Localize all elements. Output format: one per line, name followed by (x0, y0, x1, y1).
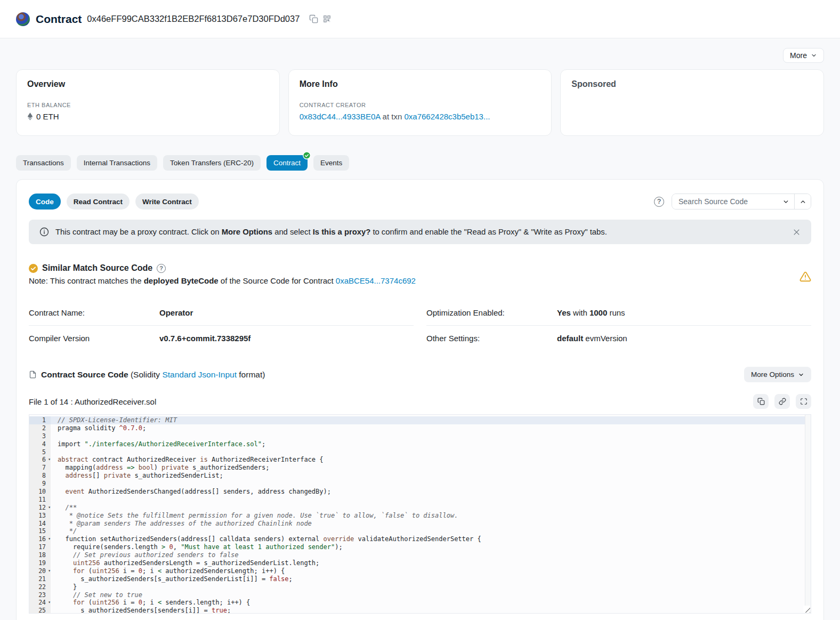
code-scrollbar[interactable] (805, 415, 811, 613)
code-text: function setAuthorizedSenders(address[] … (51, 535, 481, 543)
tab-token-transfers-erc-20[interactable]: Token Transfers (ERC-20) (163, 155, 261, 171)
line-number: 17 (29, 543, 51, 551)
help-question-icon[interactable]: ? (654, 197, 664, 207)
line-number: 5 (29, 448, 51, 456)
code-text (51, 480, 58, 488)
creator-txn-link[interactable]: 0xa7662428c3b5eb13... (404, 112, 490, 121)
creator-address-link[interactable]: 0x83dC44...4933BE0A (300, 112, 381, 121)
overview-title: Overview (27, 79, 269, 89)
code-line: 2pragma solidity ^0.7.0; (29, 424, 811, 432)
code-line: 16▾ function setAuthorizedSenders(addres… (29, 535, 811, 543)
collapse-panel-button[interactable] (794, 194, 811, 209)
subtab-read-contract[interactable]: Read Contract (67, 194, 130, 210)
code-text: event AuthorizedSendersChanged(address[]… (51, 488, 331, 496)
copy-address-button[interactable] (307, 12, 320, 26)
meta-value: v0.7.6+commit.7338295f (159, 334, 251, 343)
subtab-code[interactable]: Code (29, 194, 61, 210)
code-subtabs: CodeRead ContractWrite Contract (29, 194, 199, 210)
code-line: 19 uint256 authorizedSendersLength = s_a… (29, 559, 811, 567)
tab-transactions[interactable]: Transactions (16, 155, 71, 171)
notice-segment: More Options (222, 228, 272, 236)
code-text: // Set previous authorized senders to fa… (51, 551, 239, 559)
fold-arrow-icon[interactable]: ▾ (48, 456, 51, 464)
more-options-button[interactable]: More Options (744, 367, 811, 382)
eth-balance-text: 0 ETH (36, 112, 59, 121)
eth-balance-value: 0 ETH (27, 112, 269, 121)
code-line: 20▾ for (uint256 i = 0; i < authorizedSe… (29, 567, 811, 575)
code-text: address[] private s_authorizedSenderList… (51, 472, 223, 480)
qr-code-button[interactable] (320, 12, 334, 26)
code-line: 25 s_authorizedSenders[senders[i]] = tru… (29, 607, 811, 614)
link-chain-icon (779, 398, 786, 405)
code-text: // Set new to true (51, 591, 142, 599)
resize-handle[interactable] (803, 606, 810, 613)
fold-arrow-icon[interactable]: ▾ (48, 599, 51, 607)
similar-match-title: Similar Match Source Code (42, 263, 152, 273)
tab-label: Transactions (23, 159, 64, 167)
search-source-input[interactable] (672, 194, 778, 209)
close-notice-button[interactable] (793, 228, 801, 236)
copy-icon (757, 398, 765, 405)
code-text: for (uint256 i = 0; i < senders.length; … (51, 599, 250, 607)
meta-label: Optimization Enabled: (426, 308, 557, 317)
code-text: s_authorizedSenders[senders[i]] = true; (51, 607, 231, 614)
permalink-button[interactable] (774, 394, 790, 409)
line-number: 19 (29, 559, 51, 567)
similar-match-help-icon[interactable]: ? (157, 264, 166, 273)
verified-check-badge-icon (303, 151, 311, 159)
tab-events[interactable]: Events (313, 155, 349, 171)
notice-segment: This contract may be a proxy contract. C… (55, 228, 222, 236)
code-line: 5 (29, 448, 811, 456)
meta-label: Compiler Version (29, 334, 159, 343)
code-text: require(senders.length > 0, "Must have a… (51, 543, 343, 551)
code-line: 17 require(senders.length > 0, "Must hav… (29, 543, 811, 551)
note-segment: of the Source Code for Contract (219, 276, 336, 285)
more-dropdown-button[interactable]: More (783, 48, 824, 63)
code-line: 24▾ for (uint256 i = 0; i < senders.leng… (29, 599, 811, 607)
fold-arrow-icon[interactable]: ▾ (48, 567, 51, 575)
code-text (51, 496, 58, 504)
line-number: 2 (29, 424, 51, 432)
bytecode-contract-link[interactable]: 0xaBCE54...7374c692 (336, 276, 416, 285)
line-number: 7 (29, 464, 51, 472)
code-text: * @param senders The addresses of the au… (51, 520, 312, 528)
tab-internal-transactions[interactable]: Internal Transactions (77, 155, 157, 171)
contract-avatar (16, 12, 30, 26)
close-icon (793, 228, 801, 236)
code-line: 21 s_authorizedSenders[s_authorizedSende… (29, 575, 811, 583)
contract-creator-label: CONTRACT CREATOR (300, 102, 541, 108)
source-search-group (672, 194, 811, 210)
proxy-notice-text: This contract may be a proxy contract. C… (55, 228, 786, 236)
line-number: 23 (29, 591, 51, 599)
search-next-button[interactable] (778, 194, 794, 209)
chevron-down-icon (798, 372, 804, 378)
meta-row-other-settings: Other Settings:default evmVersion (426, 326, 811, 351)
line-number: 25 (29, 607, 51, 614)
fold-arrow-icon[interactable]: ▾ (48, 504, 51, 512)
subtab-write-contract[interactable]: Write Contract (135, 194, 199, 210)
code-text: mapping(address => bool) private s_autho… (51, 464, 269, 472)
tab-label: Token Transfers (ERC-20) (170, 159, 254, 167)
code-text: s_authorizedSenders[s_authorizedSenderLi… (51, 575, 293, 583)
chevron-up-icon (799, 198, 806, 205)
json-input-link[interactable]: Standard Json-Input (162, 370, 237, 379)
contract-meta: Contract Name:OperatorCompiler Versionv0… (29, 300, 811, 351)
tab-contract[interactable]: Contract (266, 155, 308, 171)
info-circle-icon (39, 227, 49, 237)
qr-code-icon (322, 14, 332, 23)
contract-creator-line: 0x83dC44...4933BE0A at txn 0xa7662428c3b… (300, 112, 541, 121)
expand-fullscreen-button[interactable] (796, 394, 811, 409)
line-number: 14 (29, 520, 51, 528)
creator-separator: at txn (380, 112, 404, 121)
source-code-editor[interactable]: 1// SPDX-License-Identifier: MIT2pragma … (29, 414, 811, 614)
line-number: 1 (29, 416, 51, 424)
line-number: 13 (29, 512, 51, 520)
file-code-icon (29, 371, 37, 379)
fold-arrow-icon[interactable]: ▾ (48, 535, 51, 543)
code-line: 14 * @param senders The addresses of the… (29, 520, 811, 528)
line-number: 9 (29, 480, 51, 488)
copy-source-button[interactable] (753, 394, 769, 409)
code-line: 22 } (29, 583, 811, 591)
code-text (51, 432, 58, 440)
gold-check-badge-icon (29, 264, 38, 273)
